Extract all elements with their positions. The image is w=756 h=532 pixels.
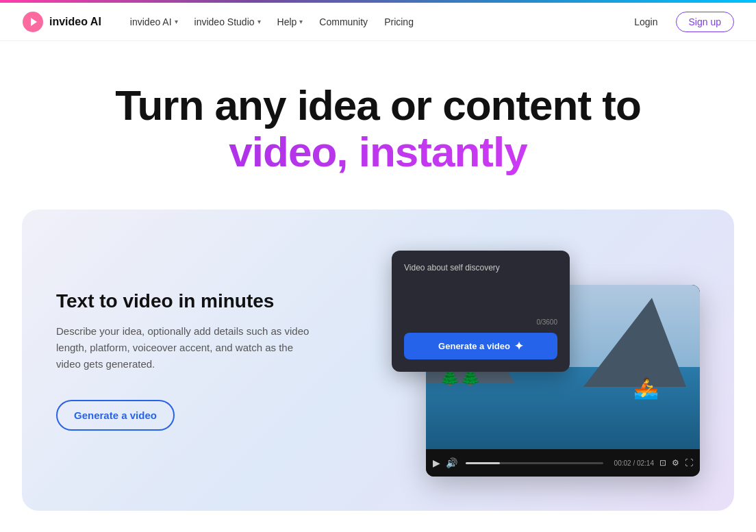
nav-label-community: Community xyxy=(319,16,368,27)
scene-kayak: 🚣 xyxy=(633,376,659,400)
logo-icon xyxy=(22,11,44,33)
demo-input-card: Video about self discovery 0/3600 Genera… xyxy=(392,251,570,372)
settings-icon[interactable]: ⚙ xyxy=(672,458,679,468)
cursor-icon: ✦ xyxy=(514,340,523,353)
hero-title-line1: Turn any idea or content to xyxy=(27,82,729,129)
nav-item-invideo-studio[interactable]: invideo Studio ▾ xyxy=(188,12,268,31)
hero-section: Turn any idea or content to video, insta… xyxy=(0,41,756,196)
logo[interactable]: invideo AI xyxy=(22,11,101,33)
feature-left: Text to video in minutes Describe your i… xyxy=(56,290,316,431)
navbar: invideo AI invideo AI ▾ invideo Studio ▾… xyxy=(0,3,756,41)
demo-generate-button[interactable]: Generate a video ✦ xyxy=(404,333,557,359)
demo-textarea[interactable] xyxy=(404,278,557,316)
generate-video-button[interactable]: Generate a video xyxy=(56,400,175,431)
play-button[interactable]: ▶ xyxy=(433,457,440,468)
nav-item-help[interactable]: Help ▾ xyxy=(270,12,310,31)
nav-links: invideo AI ▾ invideo Studio ▾ Help ▾ Com… xyxy=(123,12,627,31)
fullscreen-icon[interactable]: ⛶ xyxy=(685,458,693,468)
nav-item-invideo-ai[interactable]: invideo AI ▾ xyxy=(123,12,185,31)
logo-text: invideo AI xyxy=(49,16,101,28)
video-time: 00:02 / 02:14 xyxy=(614,459,654,467)
demo-char-count: 0/3600 xyxy=(404,318,557,326)
progress-fill xyxy=(466,462,500,464)
expand-icon[interactable]: ⊡ xyxy=(659,458,666,468)
nav-label-help: Help xyxy=(277,16,297,27)
feature-title: Text to video in minutes xyxy=(56,290,316,312)
scene-mountain-right xyxy=(583,298,686,387)
nav-label-invideo-studio: invideo Studio xyxy=(194,16,255,27)
nav-label-pricing: Pricing xyxy=(384,16,414,27)
feature-card: Text to video in minutes Describe your i… xyxy=(22,210,734,511)
demo-input-label: Video about self discovery xyxy=(404,263,557,273)
chevron-down-icon: ▾ xyxy=(175,18,178,25)
nav-item-community[interactable]: Community xyxy=(312,12,375,31)
chevron-down-icon: ▾ xyxy=(257,18,261,25)
video-controls-right: ⊡ ⚙ ⛶ xyxy=(659,458,693,468)
nav-item-pricing[interactable]: Pricing xyxy=(377,12,420,31)
feature-demo: Video about self discovery 0/3600 Genera… xyxy=(371,244,700,477)
login-button[interactable]: Login xyxy=(627,12,664,31)
signup-button[interactable]: Sign up xyxy=(676,12,734,32)
volume-icon[interactable]: 🔊 xyxy=(446,457,457,468)
demo-generate-label: Generate a video xyxy=(438,341,510,351)
progress-bar[interactable] xyxy=(466,462,603,464)
nav-right: Login Sign up xyxy=(627,12,734,32)
video-controls: ▶ 🔊 00:02 / 02:14 ⊡ ⚙ ⛶ xyxy=(426,449,700,477)
nav-label-invideo-ai: invideo AI xyxy=(130,16,172,27)
feature-description: Describe your idea, optionally add detai… xyxy=(56,323,316,372)
chevron-down-icon: ▾ xyxy=(299,18,303,25)
hero-title-line2: video, instantly xyxy=(27,129,729,175)
